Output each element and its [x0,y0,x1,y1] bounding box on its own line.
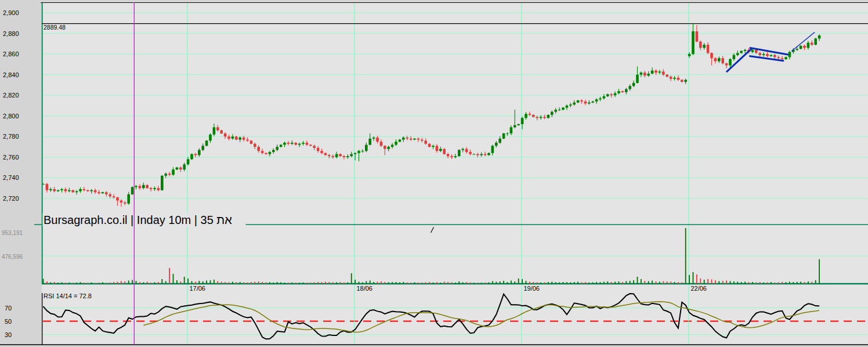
date-axis-label: 22/06 [690,285,707,292]
date-axis-label: 19/06 [523,285,540,292]
price-axis-label: 2,860 [3,50,19,57]
date-axis-label: 18/06 [356,285,372,292]
price-axis-label: 2,800 [3,113,19,120]
price-axis-label: 2,880 [3,30,19,37]
high-price-label: 2889.48 [44,24,66,31]
volume-axis-label: 476,596 [2,254,23,260]
rsi-level-label: 70 [5,305,12,312]
price-axis-label: 2,840 [3,71,19,78]
bursagraph-chart-window: Bursagraph.co.il | Inday 10m | 35 את 288… [0,0,868,347]
price-axis-label: 2,740 [3,174,19,181]
volume-axis-label: 953,191 [2,230,23,236]
chart-title: Bursagraph.co.il | Inday 10m | 35 את [44,214,232,226]
price-axis-label: 2,780 [3,133,19,140]
rsi-level-label: 30 [5,331,12,338]
chart-canvas[interactable]: Bursagraph.co.il | Inday 10m | 35 את 288… [0,0,868,347]
price-axis-label: 2,820 [3,92,19,99]
price-axis-label: 2,720 [3,195,19,202]
price-axis-label: 2,760 [3,154,19,161]
date-axis-label: 17/06 [189,285,205,292]
chart-graphics [0,0,868,347]
price-axis-label: 2,900 [3,9,19,16]
rsi-level-label: 50 [5,318,12,325]
rsi-indicator-label: RSI 14/14 = 72.8 [44,292,92,299]
